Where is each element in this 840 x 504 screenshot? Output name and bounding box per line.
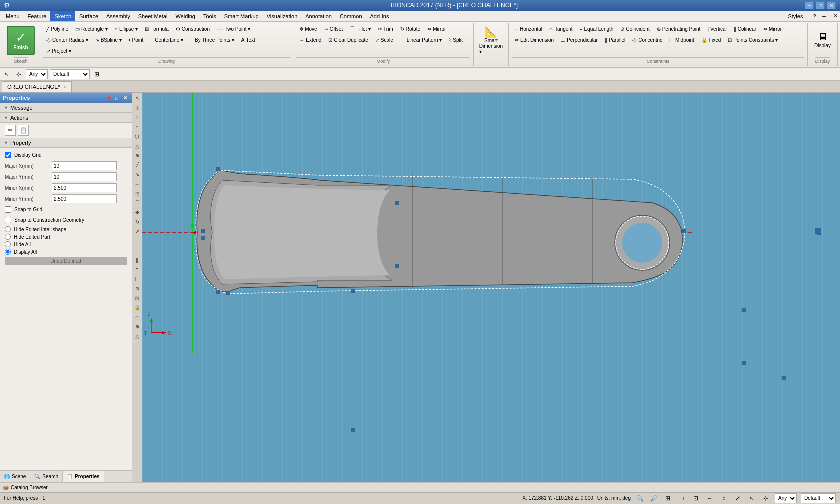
panel-float-button[interactable]: □	[114, 94, 120, 101]
major-x-input[interactable]	[52, 161, 117, 170]
vtool-btn-20[interactable]: ⊢	[133, 274, 142, 283]
hide-part-radio[interactable]	[5, 234, 11, 240]
zoom-in-btn[interactable]: 🔎	[649, 493, 659, 503]
view-select[interactable]: Default	[50, 69, 90, 79]
mirror-constraint-button[interactable]: ⇔ Mirror	[760, 24, 785, 34]
menu-item-help[interactable]: ?	[809, 12, 820, 20]
panel-pin-button[interactable]: 📌	[105, 94, 112, 101]
menu-item-sketch[interactable]: Sketch	[50, 11, 76, 21]
scale-button[interactable]: ⤢ Scale	[372, 35, 396, 45]
minimize-button[interactable]: ─	[805, 1, 814, 9]
menu-item-annotation[interactable]: Annotation	[302, 11, 336, 21]
mirror-button[interactable]: ⇔ Mirror	[424, 24, 449, 34]
vtool-btn-4[interactable]: ○	[133, 122, 142, 131]
project-button[interactable]: ↗ Project ▾	[44, 46, 74, 56]
status-view-select[interactable]: Default	[801, 493, 836, 503]
ribbon-minimize-btn[interactable]: ─	[822, 13, 826, 19]
polyline-button[interactable]: ╱ Polyline	[44, 24, 72, 34]
ribbon-restore-btn[interactable]: □	[828, 13, 832, 19]
parallel-button[interactable]: ∥ Parallel	[602, 35, 628, 45]
vtool-btn-17[interactable]: ⊥	[133, 246, 142, 255]
catalog-label[interactable]: Catalog Browser	[11, 485, 48, 490]
coincident-button[interactable]: ⊙ Coincident	[618, 24, 652, 34]
points-constraints-button[interactable]: ⊡ Points Constraints ▾	[725, 35, 781, 45]
move-button[interactable]: ✥ Move	[296, 24, 320, 34]
vtool-btn-23[interactable]: 🔒	[133, 303, 142, 312]
rotate-button[interactable]: ↻ Rotate	[398, 24, 424, 34]
vtool-btn-19[interactable]: =	[133, 265, 142, 274]
menu-item-tools[interactable]: Tools	[200, 11, 220, 21]
menu-item-surface[interactable]: Surface	[76, 11, 102, 21]
vtool-btn-24[interactable]: ⌓	[133, 312, 142, 321]
display-button[interactable]: 🖥 Display	[810, 24, 836, 56]
snap-grid-checkbox[interactable]	[5, 206, 12, 213]
hide-intellishape-radio[interactable]	[5, 226, 11, 232]
action-edit-button[interactable]: ✏	[5, 125, 16, 136]
ribbon-close-btn[interactable]: ✕	[834, 13, 838, 19]
vtool-btn-1[interactable]: ↖	[133, 94, 142, 103]
scene-tab[interactable]: 🌐 Scene	[0, 471, 30, 482]
view-btn-3[interactable]: ⊡	[691, 493, 701, 503]
linear-pattern-button[interactable]: ⋯ Linear Pattern ▾	[398, 35, 446, 45]
menu-item-addins[interactable]: Add-Ins	[366, 11, 394, 21]
document-tab[interactable]: CREO CHALLENGE* ×	[2, 81, 72, 92]
concentric-button[interactable]: ◎ Concentric	[630, 35, 666, 45]
minor-y-input[interactable]	[52, 194, 117, 203]
vtool-btn-7[interactable]: ⊕	[133, 151, 142, 160]
fillet-button[interactable]: ⌒ Fillet ▾	[347, 24, 374, 34]
edit-dimension-button[interactable]: ✏ Edit Dimension	[512, 35, 557, 45]
vtool-btn-25[interactable]: ⊕	[133, 322, 142, 331]
tangent-button[interactable]: ⌓ Tangent	[546, 24, 576, 34]
status-snap-select[interactable]: Any	[775, 493, 797, 503]
menu-item-assembly[interactable]: Assembly	[102, 11, 134, 21]
vtool-btn-16[interactable]: ⋯	[133, 236, 142, 245]
by-three-points-button[interactable]: ∴ By Three Points ▾	[188, 35, 238, 45]
tab-close-button[interactable]: ×	[64, 84, 66, 90]
extend-button[interactable]: ↔ Extend	[296, 35, 324, 45]
menu-item-feature[interactable]: Feature	[24, 11, 51, 21]
trim-button[interactable]: ✂ Trim	[375, 24, 396, 34]
properties-tab[interactable]: 📋 Properties	[63, 471, 104, 482]
hide-all-radio[interactable]	[5, 241, 11, 247]
search-tab[interactable]: 🔍 Search	[30, 471, 63, 482]
perpendicular-button[interactable]: ⊥ Perpendicular	[558, 35, 601, 45]
vtool-btn-21[interactable]: ⊙	[133, 284, 142, 293]
view-btn-5[interactable]: ↕	[719, 493, 729, 503]
vtool-btn-22[interactable]: ◎	[133, 293, 142, 302]
vtool-btn-3[interactable]: ⌇	[133, 113, 142, 122]
display-all-radio[interactable]	[5, 249, 11, 255]
point-button[interactable]: • Point	[126, 35, 146, 45]
menu-item-sheetmetal[interactable]: Sheet Metal	[134, 11, 172, 21]
text-button[interactable]: A Text	[238, 35, 258, 45]
actions-section-header[interactable]: ▼ Actions	[0, 113, 132, 123]
center-radius-button[interactable]: ◎ Center Radius ▾	[44, 35, 92, 45]
view-btn-2[interactable]: □	[677, 493, 687, 503]
colinear-button[interactable]: ∥ Colinear	[731, 24, 760, 34]
formula-button[interactable]: ⊞ Formula	[142, 24, 172, 34]
centerline-button[interactable]: ┄ CenterLine ▾	[148, 35, 186, 45]
vtool-btn-26[interactable]: △	[133, 331, 142, 340]
menu-item-welding[interactable]: Welding	[172, 11, 200, 21]
close-button[interactable]: ✕	[827, 1, 836, 9]
menu-item-smartmarkup[interactable]: Smart Markup	[220, 11, 263, 21]
vtool-btn-10[interactable]: ↔	[133, 179, 142, 188]
snap-mode-btn[interactable]: ⊹	[761, 493, 771, 503]
vtool-btn-18[interactable]: ∥	[133, 255, 142, 264]
canvas-area[interactable]: X	[142, 93, 840, 482]
panel-close-button[interactable]: ✕	[122, 94, 129, 101]
major-y-input[interactable]	[52, 172, 117, 181]
horizontal-button[interactable]: ─ Horizontal	[512, 24, 546, 34]
equal-length-button[interactable]: = Equal Length	[577, 24, 617, 34]
vtool-btn-2[interactable]: ⊹	[133, 103, 142, 112]
vtool-btn-12[interactable]: ⌒	[133, 198, 142, 207]
snap-construction-checkbox[interactable]	[5, 217, 12, 223]
view-btn-6[interactable]: ⤢	[733, 493, 743, 503]
bspline-button[interactable]: ∿ BSpline ▾	[92, 35, 125, 45]
pointer-tool-button[interactable]: ↖	[2, 69, 12, 79]
rectangle-button[interactable]: ▭ Rectangle ▾	[72, 24, 111, 34]
menu-item-common[interactable]: Common	[336, 11, 366, 21]
toolbar-extra-btn[interactable]: ⊞	[92, 69, 102, 79]
offset-button[interactable]: ⇥ Offset	[322, 24, 346, 34]
smart-dimension-button[interactable]: 📐 Smart Dimension ▾	[475, 24, 508, 56]
midpoint-button[interactable]: ⊢ Midpoint	[666, 35, 698, 45]
